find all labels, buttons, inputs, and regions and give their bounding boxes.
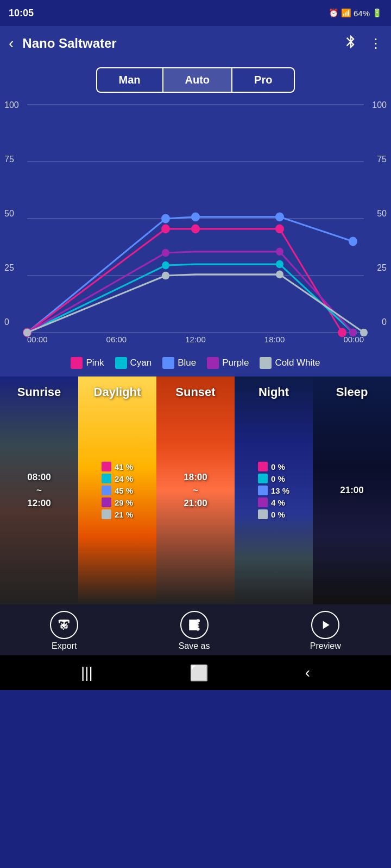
svg-point-13 — [338, 328, 346, 337]
night-content: 0 % 0 % 13 % 4 % 0 % — [235, 376, 313, 604]
night-cyan-pct: 0 % — [271, 474, 285, 483]
chart-container: 100 75 50 25 0 100 75 50 25 0 — [27, 105, 364, 333]
legend-cyan: Cyan — [115, 357, 152, 369]
sunset-time: 18:00~21:00 — [184, 471, 207, 509]
system-nav: ||| ⬜ ‹ — [0, 655, 391, 690]
battery-text: 64% — [354, 9, 370, 18]
y-label-0-left: 0 — [4, 317, 9, 327]
legend-label-purple: Purple — [222, 358, 249, 368]
battery-icon: 🔋 — [372, 8, 382, 18]
svg-point-19 — [162, 249, 169, 257]
y-label-75-left: 75 — [4, 155, 14, 164]
more-options-icon[interactable]: ⋮ — [369, 36, 382, 51]
night-white-pct: 0 % — [271, 510, 285, 519]
alarm-icon: ⏰ — [329, 8, 339, 18]
svg-point-15 — [162, 261, 169, 270]
svg-point-10 — [161, 225, 170, 234]
export-icon — [50, 611, 78, 639]
night-values: 0 % 0 % 13 % 4 % 0 % — [258, 462, 289, 519]
svg-point-23 — [162, 272, 169, 280]
legend-label-coldwhite: Cold White — [275, 358, 320, 368]
svg-point-6 — [191, 212, 200, 221]
y-label-75-right: 75 — [377, 155, 387, 164]
scene-sunrise[interactable]: Sunrise 08:00~12:00 — [0, 376, 78, 604]
legend-color-cyan — [115, 357, 127, 369]
chart-area: 100 75 50 25 0 100 75 50 25 0 — [0, 99, 391, 352]
daylight-cyan-row: 24 % — [102, 474, 133, 483]
svg-point-24 — [276, 271, 283, 279]
x-axis-labels: 00:00 06:00 12:00 18:00 00:00 — [27, 333, 364, 346]
daylight-white-row: 21 % — [102, 509, 133, 519]
x-label-0000-left: 00:00 — [27, 335, 48, 344]
daylight-blue-pct: 45 % — [115, 486, 133, 495]
save-as-button[interactable]: Save as — [179, 611, 210, 651]
legend-label-blue: Blue — [178, 358, 196, 368]
svg-point-8 — [349, 237, 357, 246]
x-label-1200: 12:00 — [185, 335, 206, 344]
svg-point-7 — [275, 212, 284, 221]
daylight-cyan-pct: 24 % — [115, 474, 133, 483]
daylight-blue-color — [102, 486, 111, 495]
action-bar: Export Save as Preview — [0, 604, 391, 655]
y-label-50-right: 50 — [377, 209, 387, 219]
preview-label: Preview — [310, 641, 341, 651]
scene-sleep[interactable]: Sleep 21:00 — [313, 376, 391, 604]
svg-point-20 — [276, 248, 283, 256]
back-button[interactable]: ‹ — [9, 35, 14, 52]
svg-point-16 — [276, 260, 283, 269]
status-time: 10:05 — [9, 8, 34, 19]
daylight-pink-pct: 41 % — [115, 462, 133, 471]
app-bar: ‹ Nano Saltwater ⋮ — [0, 26, 391, 61]
mode-tab-group: Man Auto Pro — [96, 67, 295, 93]
night-blue-color — [258, 486, 268, 495]
legend-label-cyan: Cyan — [130, 358, 152, 368]
bluetooth-icon[interactable] — [343, 34, 358, 53]
nav-home-button[interactable]: ⬜ — [190, 664, 209, 682]
scene-sunset[interactable]: Sunset 18:00~21:00 — [156, 376, 235, 604]
app-bar-icons: ⋮ — [343, 34, 382, 53]
scene-daylight[interactable]: Daylight 41 % 24 % 45 % 29 % — [78, 376, 156, 604]
night-pink-color — [258, 462, 268, 471]
scene-night[interactable]: Night 0 % 0 % 13 % 4 % — [235, 376, 313, 604]
daylight-values: 41 % 24 % 45 % 29 % 21 % — [102, 462, 133, 519]
export-button[interactable]: Export — [50, 611, 78, 651]
sleep-content: 21:00 — [313, 376, 391, 604]
scenes-row: Sunrise 08:00~12:00 Daylight 41 % 24 % 4… — [0, 376, 391, 604]
legend-color-pink — [71, 357, 83, 369]
x-label-0600: 06:00 — [106, 335, 127, 344]
tab-auto[interactable]: Auto — [162, 68, 232, 92]
night-pink-pct: 0 % — [271, 462, 285, 471]
night-pink-row: 0 % — [258, 462, 289, 471]
tab-pro[interactable]: Pro — [231, 68, 294, 92]
legend-label-pink: Pink — [86, 358, 104, 368]
nav-back-button[interactable]: ‹ — [305, 664, 310, 681]
legend-color-coldwhite — [260, 357, 272, 369]
sunset-content: 18:00~21:00 — [156, 376, 235, 604]
page-title: Nano Saltwater — [22, 36, 343, 51]
tab-man[interactable]: Man — [97, 68, 162, 92]
night-purple-pct: 4 % — [271, 498, 285, 507]
daylight-purple-row: 29 % — [102, 497, 133, 507]
legend-blue: Blue — [162, 357, 196, 369]
y-label-50-left: 50 — [4, 209, 14, 219]
night-white-color — [258, 509, 268, 519]
y-label-0-right: 0 — [382, 317, 387, 327]
status-right: ⏰ 📶 64% 🔋 — [329, 8, 382, 18]
nav-recent-button[interactable]: ||| — [81, 664, 93, 681]
status-bar: 10:05 ⏰ 📶 64% 🔋 — [0, 0, 391, 26]
night-white-row: 0 % — [258, 509, 289, 519]
preview-button[interactable]: Preview — [310, 611, 341, 651]
sunrise-time: 08:00~12:00 — [27, 471, 51, 509]
sleep-time: 21:00 — [340, 484, 363, 497]
y-label-25-left: 25 — [4, 263, 14, 273]
svg-point-26 — [360, 329, 368, 337]
daylight-purple-pct: 29 % — [115, 498, 133, 507]
night-blue-row: 13 % — [258, 486, 289, 495]
night-blue-pct: 13 % — [271, 486, 289, 495]
chart-legend: Pink Cyan Blue Purple Cold White — [0, 352, 391, 376]
y-label-100-right: 100 — [372, 100, 387, 110]
daylight-white-pct: 21 % — [115, 510, 133, 519]
daylight-pink-row: 41 % — [102, 462, 133, 471]
legend-color-blue — [162, 357, 174, 369]
daylight-purple-color — [102, 497, 111, 507]
